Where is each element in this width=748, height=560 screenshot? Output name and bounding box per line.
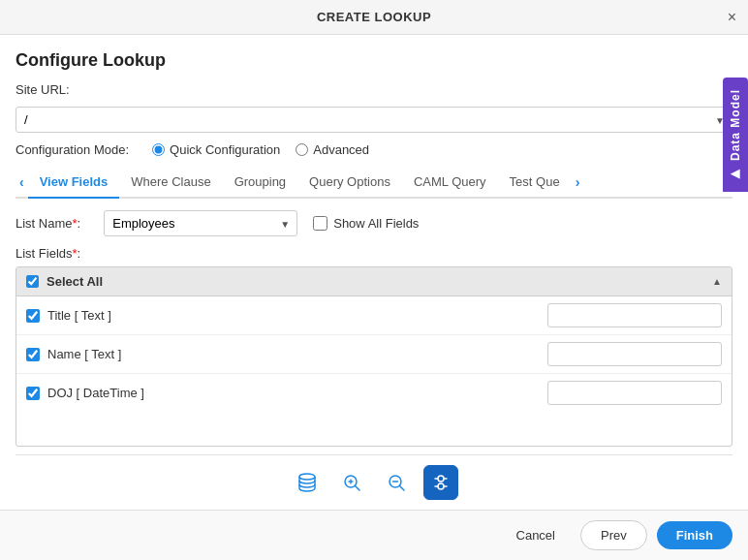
page-title: Configure Lookup: [16, 50, 732, 71]
svg-point-7: [438, 483, 444, 489]
advanced-radio[interactable]: [296, 143, 308, 156]
tab-caml-query[interactable]: CAML Query: [402, 167, 498, 199]
site-url-label: Site URL:: [16, 82, 70, 97]
side-panel-arrow-icon: ◀: [731, 167, 740, 180]
tab-query-options[interactable]: Query Options: [297, 167, 402, 199]
site-url-select-wrapper: /: [16, 107, 732, 133]
modal-header: CREATE LOOKUP ×: [0, 0, 748, 35]
list-name-row: List Name*: Employees Show All Fields: [16, 210, 732, 236]
tab-right-arrow[interactable]: ›: [572, 171, 584, 194]
site-url-select[interactable]: /: [16, 107, 732, 133]
field-value-doj[interactable]: DOJ: [547, 381, 722, 405]
field-value-name[interactable]: Name: [547, 342, 722, 366]
quick-config-radio[interactable]: [152, 143, 165, 156]
select-all-checkbox[interactable]: [26, 275, 39, 288]
config-icon: [430, 472, 452, 493]
field-check-doj: DOJ [ DateTime ]: [26, 386, 547, 400]
svg-line-2: [356, 486, 360, 491]
svg-line-4: [400, 486, 405, 491]
field-check-title: Title [ Text ]: [26, 308, 547, 323]
zoom-out-toolbar-btn[interactable]: [379, 465, 414, 500]
field-label-doj: DOJ [ DateTime ]: [47, 386, 144, 400]
quick-config-label: Quick Configuration: [170, 142, 280, 157]
prev-button[interactable]: Prev: [580, 520, 647, 550]
fields-table: Select All ▲ Title [ Text ] Title: [16, 266, 732, 447]
show-all-fields-text: Show All Fields: [333, 216, 419, 231]
field-label-name: Name [ Text ]: [47, 347, 121, 361]
svg-point-0: [299, 474, 315, 480]
field-row-title: Title [ Text ] Title: [16, 296, 732, 335]
show-all-fields-label[interactable]: Show All Fields: [313, 216, 419, 231]
list-select-wrapper: Employees: [104, 210, 297, 236]
list-name-label: List Name*:: [16, 216, 80, 231]
toolbar: [16, 454, 732, 510]
zoom-out-icon: [386, 472, 407, 493]
config-toolbar-btn[interactable]: [423, 465, 458, 500]
close-button[interactable]: ×: [728, 9, 736, 26]
field-label-title: Title [ Text ]: [47, 308, 111, 323]
settings-search-icon: [341, 472, 362, 493]
site-url-input-row: /: [16, 107, 732, 133]
site-url-row: Site URL:: [16, 82, 732, 97]
field-checkbox-doj[interactable]: [26, 387, 40, 400]
modal-wrapper: CREATE LOOKUP × Configure Lookup Site UR…: [0, 0, 748, 560]
tab-where-clause[interactable]: Where Clause: [119, 167, 222, 199]
advanced-label: Advanced: [313, 142, 369, 157]
field-row-doj: DOJ [ DateTime ] DOJ: [16, 374, 732, 412]
field-row-name: Name [ Text ] Name: [16, 335, 732, 374]
tab-left-arrow[interactable]: ‹: [16, 171, 28, 194]
tabs-row: ‹ View Fields Where Clause Grouping Quer…: [16, 167, 732, 199]
modal: CREATE LOOKUP × Configure Lookup Site UR…: [0, 0, 748, 560]
modal-footer: Cancel Prev Finish: [0, 510, 748, 560]
tab-grouping[interactable]: Grouping: [223, 167, 297, 199]
field-value-title[interactable]: Title: [547, 303, 722, 327]
modal-title: CREATE LOOKUP: [317, 10, 431, 24]
quick-config-option[interactable]: Quick Configuration: [152, 142, 280, 157]
database-toolbar-btn[interactable]: [290, 465, 325, 500]
side-panel-label: Data Model: [729, 89, 742, 161]
list-name-required-star: *: [73, 216, 78, 231]
data-model-panel[interactable]: ◀ Data Model: [723, 78, 748, 192]
field-checkbox-name[interactable]: [26, 348, 40, 361]
list-name-select[interactable]: Employees: [104, 210, 297, 236]
advanced-option[interactable]: Advanced: [296, 142, 369, 157]
scroll-up-indicator: ▲: [712, 276, 722, 287]
cancel-button[interactable]: Cancel: [501, 521, 571, 549]
list-fields-label: List Fields*:: [16, 246, 732, 261]
database-icon: [296, 472, 318, 493]
tab-test-que[interactable]: Test Que: [498, 167, 572, 199]
field-checkbox-title[interactable]: [26, 309, 40, 323]
select-all-label: Select All: [47, 274, 103, 289]
list-fields-required-star: *: [73, 246, 78, 261]
tab-view-fields[interactable]: View Fields: [28, 167, 120, 199]
modal-body: Configure Lookup Site URL: / Configurati…: [0, 35, 748, 510]
config-mode-row: Configuration Mode: Quick Configuration …: [16, 142, 732, 157]
finish-button[interactable]: Finish: [657, 521, 732, 549]
config-mode-label: Configuration Mode:: [16, 142, 129, 157]
fields-table-body: Title [ Text ] Title Name [ Text ] Name: [16, 296, 732, 446]
settings-search-toolbar-btn[interactable]: [334, 465, 369, 500]
show-all-fields-checkbox[interactable]: [313, 216, 327, 231]
svg-point-6: [438, 476, 444, 482]
field-check-name: Name [ Text ]: [26, 347, 547, 361]
fields-table-header: Select All ▲: [16, 267, 732, 296]
